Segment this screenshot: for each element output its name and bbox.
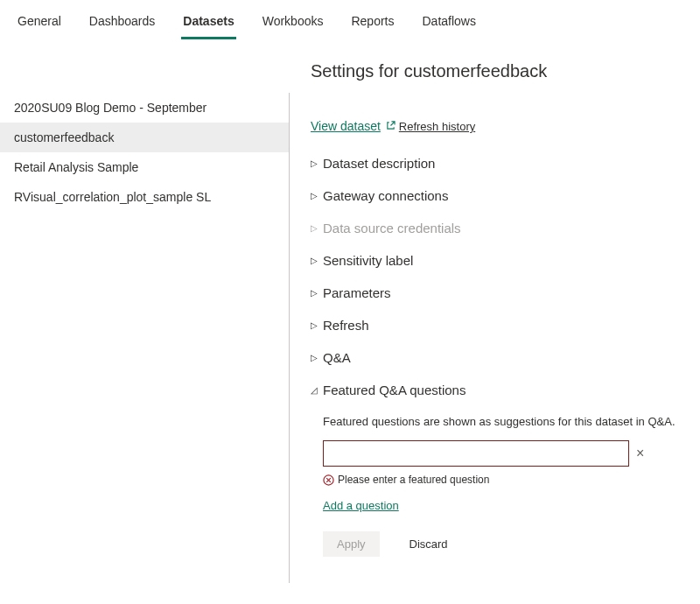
section-label: Dataset description xyxy=(323,156,435,171)
sidebar: 2020SU09 Blog Demo - September customerf… xyxy=(0,40,289,604)
tab-dashboards[interactable]: Dashboards xyxy=(88,11,158,39)
featured-qna-help: Featured questions are shown as suggesti… xyxy=(323,415,682,428)
add-question-link[interactable]: Add a question xyxy=(323,499,399,512)
discard-button[interactable]: Discard xyxy=(396,531,462,557)
tab-workbooks[interactable]: Workbooks xyxy=(261,11,326,39)
view-dataset-label: View dataset xyxy=(311,119,381,133)
featured-question-input[interactable] xyxy=(323,440,629,467)
section-refresh[interactable]: ▷ Refresh xyxy=(311,309,682,341)
content: 2020SU09 Blog Demo - September customerf… xyxy=(0,40,700,604)
section-gateway-connections[interactable]: ▷ Gateway connections xyxy=(311,179,682,212)
section-label: Featured Q&A questions xyxy=(323,383,466,397)
button-row: Apply Discard xyxy=(323,531,682,557)
section-label: Data source credentials xyxy=(323,221,461,235)
error-icon xyxy=(323,474,334,486)
chevron-right-icon: ▷ xyxy=(311,256,319,265)
chevron-right-icon: ▷ xyxy=(311,192,319,200)
view-dataset-link[interactable]: View dataset xyxy=(311,119,396,133)
section-data-source-credentials: ▷ Data source credentials xyxy=(311,212,682,244)
apply-button: Apply xyxy=(323,531,380,557)
tab-dataflows[interactable]: Dataflows xyxy=(421,11,478,39)
sidebar-item-demo[interactable]: 2020SU09 Blog Demo - September xyxy=(0,93,289,123)
close-icon[interactable]: × xyxy=(636,446,644,460)
section-sensitivity-label[interactable]: ▷ Sensitivity label xyxy=(311,244,682,277)
section-label: Parameters xyxy=(323,285,391,300)
chevron-right-icon: ▷ xyxy=(311,159,319,168)
main-panel: Settings for customerfeedback View datas… xyxy=(290,40,700,604)
chevron-right-icon: ▷ xyxy=(311,354,319,362)
tab-reports[interactable]: Reports xyxy=(349,11,396,39)
section-label: Q&A xyxy=(323,350,351,365)
sidebar-item-customerfeedback[interactable]: customerfeedback xyxy=(0,123,289,152)
section-qna[interactable]: ▷ Q&A xyxy=(311,341,682,374)
chevron-right-icon: ▷ xyxy=(311,321,319,330)
section-label: Sensitivity label xyxy=(323,253,413,268)
refresh-history-link[interactable]: Refresh history xyxy=(399,120,475,133)
section-label: Gateway connections xyxy=(323,188,448,203)
section-dataset-description[interactable]: ▷ Dataset description xyxy=(311,147,682,179)
error-message: Please enter a featured question xyxy=(323,474,682,486)
chevron-right-icon: ▷ xyxy=(311,224,319,233)
error-text: Please enter a featured question xyxy=(338,474,489,486)
chevron-down-icon: ◿ xyxy=(311,386,319,395)
tab-datasets[interactable]: Datasets xyxy=(181,11,235,39)
popout-icon xyxy=(386,119,396,133)
sidebar-item-retail[interactable]: Retail Analysis Sample xyxy=(0,152,289,182)
featured-qna-body: Featured questions are shown as suggesti… xyxy=(311,406,682,565)
page-title: Settings for customerfeedback xyxy=(311,61,682,81)
tab-general[interactable]: General xyxy=(16,11,63,39)
chevron-right-icon: ▷ xyxy=(311,289,319,298)
tabs-bar: General Dashboards Datasets Workbooks Re… xyxy=(0,0,700,40)
sidebar-item-rvisual[interactable]: RVisual_correlation_plot_sample SL xyxy=(0,182,289,212)
section-label: Refresh xyxy=(323,318,369,333)
question-input-row: × xyxy=(323,440,682,467)
section-parameters[interactable]: ▷ Parameters xyxy=(311,277,682,309)
section-featured-qna[interactable]: ◿ Featured Q&A questions xyxy=(311,374,682,406)
